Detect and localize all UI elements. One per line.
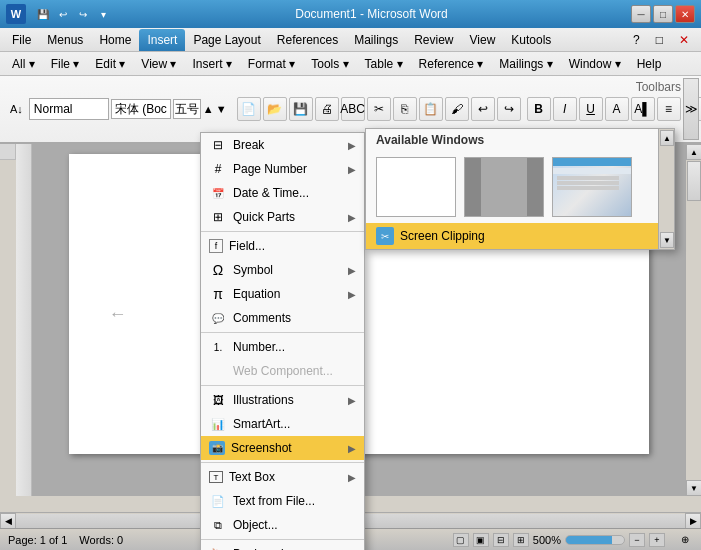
sec-menu-table[interactable]: Table ▾ — [357, 53, 411, 75]
cut-btn[interactable]: ✂ — [367, 97, 391, 121]
sec-menu-window[interactable]: Window ▾ — [561, 53, 629, 75]
italic-btn[interactable]: I — [553, 97, 577, 121]
menu-mailings[interactable]: Mailings — [346, 29, 406, 51]
open-btn[interactable]: 📂 — [263, 97, 287, 121]
scroll-thumb[interactable] — [687, 161, 701, 201]
zoom-percent: 500% — [533, 534, 561, 546]
menu-insert[interactable]: Insert — [139, 29, 185, 51]
quick-access-toolbar: 💾 ↩ ↪ ▾ — [34, 5, 112, 23]
secondary-menu-bar: All ▾ File ▾ Edit ▾ View ▾ Insert ▾ Form… — [0, 52, 701, 76]
vertical-scrollbar[interactable]: ▲ ▼ — [685, 144, 701, 496]
undo-btn[interactable]: ↩ — [471, 97, 495, 121]
font-size-box[interactable]: 五号 — [173, 99, 201, 119]
status-page: Page: 1 of 1 — [8, 534, 67, 546]
sec-menu-tools[interactable]: Tools ▾ — [303, 53, 356, 75]
hscroll-left-btn[interactable]: ◀ — [0, 513, 16, 529]
title-bar: W 💾 ↩ ↪ ▾ Document1 - Microsoft Word ─ □… — [0, 0, 701, 28]
sec-menu-reference[interactable]: Reference ▾ — [411, 53, 492, 75]
style-group: A↓ Normal 宋体 (Boc 五号 ▲ ▼ — [6, 98, 227, 120]
ruler-corner — [0, 144, 16, 160]
font-color-btn[interactable]: A — [605, 97, 629, 121]
zoom-slider[interactable] — [565, 535, 625, 545]
sec-menu-view[interactable]: View ▾ — [133, 53, 184, 75]
align-left-btn[interactable]: ≡ — [657, 97, 681, 121]
minimize-btn[interactable]: ─ — [631, 5, 651, 23]
menu-view[interactable]: View — [462, 29, 504, 51]
window-title: Document1 - Microsoft Word — [112, 7, 631, 21]
content-area: ← ▲ ▼ — [0, 144, 701, 512]
sec-menu-mailings[interactable]: Mailings ▾ — [491, 53, 560, 75]
status-expand-btn[interactable]: ⊕ — [677, 533, 693, 547]
title-bar-left: W 💾 ↩ ↪ ▾ — [6, 4, 112, 24]
style-dropdown[interactable]: Normal — [29, 98, 109, 120]
copy-btn[interactable]: ⎘ — [393, 97, 417, 121]
menu-kutools[interactable]: Kutools — [503, 29, 559, 51]
app-window: W 💾 ↩ ↪ ▾ Document1 - Microsoft Word ─ □… — [0, 0, 701, 550]
menu-review[interactable]: Review — [406, 29, 461, 51]
toolbars-label: Toolbars — [636, 80, 681, 94]
menu-home[interactable]: Home — [91, 29, 139, 51]
menu-restore-btn[interactable]: □ — [648, 29, 671, 51]
scroll-up-btn[interactable]: ▲ — [686, 144, 701, 160]
sec-menu-format[interactable]: Format ▾ — [240, 53, 303, 75]
word-icon: W — [6, 4, 26, 24]
underline-btn[interactable]: U — [579, 97, 603, 121]
menu-help-btn[interactable]: ? — [625, 29, 648, 51]
save-btn[interactable]: 💾 — [289, 97, 313, 121]
bold-btn[interactable]: B — [527, 97, 551, 121]
zoom-in-btn[interactable]: + — [649, 533, 665, 547]
toolbar-row1: 📄 📂 💾 🖨 ABC ✂ ⎘ 📋 🖌 ↩ ↪ — [237, 97, 521, 121]
close-btn[interactable]: ✕ — [675, 5, 695, 23]
scroll-down-btn[interactable]: ▼ — [686, 480, 701, 496]
zoom-layout-3[interactable]: ⊟ — [493, 533, 509, 547]
toolbar-row2: B I U A A▌ ≡ ☰ ≡ ☷ — [527, 97, 701, 121]
ruler-area — [0, 144, 16, 512]
font-size-down-btn[interactable]: ▼ — [216, 103, 227, 115]
ruler-vertical — [16, 144, 32, 496]
font-size-up-btn[interactable]: ▲ — [203, 103, 214, 115]
qa-save-btn[interactable]: 💾 — [34, 5, 52, 23]
scroll-track[interactable] — [686, 202, 701, 480]
zoom-layout-2[interactable]: ▣ — [473, 533, 489, 547]
sec-menu-all[interactable]: All ▾ — [4, 53, 43, 75]
maximize-btn[interactable]: □ — [653, 5, 673, 23]
hscroll-track[interactable] — [16, 514, 685, 528]
menu-page-layout[interactable]: Page Layout — [185, 29, 268, 51]
status-bar: Page: 1 of 1 Words: 0 ▢ ▣ ⊟ ⊞ 500% − + ⊕ — [0, 528, 701, 550]
hscroll-right-btn[interactable]: ▶ — [685, 513, 701, 529]
menu-references[interactable]: References — [269, 29, 346, 51]
spell-btn[interactable]: ABC — [341, 97, 365, 121]
paste-btn[interactable]: 📋 — [419, 97, 443, 121]
menu-bar: File Menus Home Insert Page Layout Refer… — [0, 28, 701, 52]
zoom-out-btn[interactable]: − — [629, 533, 645, 547]
font-name-box[interactable]: 宋体 (Boc — [111, 99, 171, 119]
document-area[interactable]: ← — [32, 144, 685, 496]
new-doc-btn[interactable]: 📄 — [237, 97, 261, 121]
qa-more-btn[interactable]: ▾ — [94, 5, 112, 23]
hscrollbar-row: ◀ ▶ — [0, 512, 701, 528]
sec-menu-edit[interactable]: Edit ▾ — [87, 53, 133, 75]
menu-file[interactable]: File — [4, 29, 39, 51]
zoom-layout-4[interactable]: ⊞ — [513, 533, 529, 547]
redo-btn[interactable]: ↪ — [497, 97, 521, 121]
menu-close-doc-btn[interactable]: ✕ — [671, 29, 697, 51]
menu-menus[interactable]: Menus — [39, 29, 91, 51]
status-zoom-area: ▢ ▣ ⊟ ⊞ 500% − + — [453, 533, 665, 547]
qa-undo-btn[interactable]: ↩ — [54, 5, 72, 23]
print-btn[interactable]: 🖨 — [315, 97, 339, 121]
status-words: Words: 0 — [79, 534, 123, 546]
paragraph-mark: ← — [109, 304, 127, 325]
ribbon-toolbar: Toolbars A↓ Normal 宋体 (Boc 五号 ▲ ▼ 📄 📂 💾 … — [0, 76, 701, 144]
highlight-btn[interactable]: A▌ — [631, 97, 655, 121]
ribbon-scroll-right[interactable]: ≫ — [683, 78, 699, 140]
title-bar-buttons: ─ □ ✕ — [631, 5, 695, 23]
sec-menu-file[interactable]: File ▾ — [43, 53, 88, 75]
document-page: ← — [69, 154, 649, 454]
sec-menu-help[interactable]: Help — [629, 53, 670, 75]
sec-menu-insert[interactable]: Insert ▾ — [185, 53, 240, 75]
qa-redo-btn[interactable]: ↪ — [74, 5, 92, 23]
format-painter-btn[interactable]: 🖌 — [445, 97, 469, 121]
font-size-indicator: A↓ — [6, 103, 27, 115]
doc-area-row: ← ▲ ▼ — [16, 144, 701, 496]
zoom-layout-1[interactable]: ▢ — [453, 533, 469, 547]
